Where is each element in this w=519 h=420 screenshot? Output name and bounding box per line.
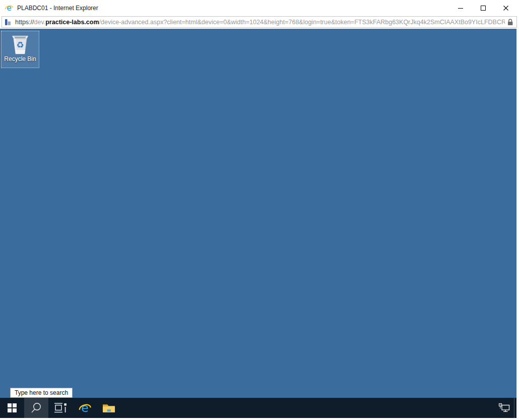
maximize-icon — [480, 5, 486, 11]
taskbar: e — [0, 398, 516, 418]
internet-explorer-icon: e — [78, 401, 92, 415]
search-tooltip: Type here to search — [10, 388, 73, 398]
url-scheme: https:// — [15, 19, 34, 26]
network-icon — [498, 403, 510, 413]
window-title: PLABDC01 - Internet Explorer — [17, 5, 98, 12]
task-view-button[interactable] — [48, 398, 73, 418]
svg-text:♻: ♻ — [16, 40, 24, 50]
start-button[interactable] — [0, 398, 24, 418]
title-bar: e PLABDC01 - Internet Explorer — [0, 0, 519, 16]
url-text: https://dev.practice-labs.com/device-adv… — [15, 19, 505, 26]
url-subdomain: dev. — [34, 19, 46, 26]
svg-text:e: e — [7, 4, 12, 13]
address-bar[interactable]: https://dev.practice-labs.com/device-adv… — [2, 16, 517, 28]
windows-logo-icon — [8, 403, 17, 412]
url-path: /device-advanced.aspx?client=html&device… — [99, 19, 505, 26]
window-controls — [449, 0, 519, 16]
search-icon — [30, 402, 42, 414]
internet-explorer-button[interactable]: e — [73, 398, 97, 418]
file-explorer-button[interactable] — [97, 398, 121, 418]
folder-icon — [102, 403, 115, 413]
internet-explorer-icon: e — [5, 4, 14, 13]
maximize-button[interactable] — [472, 0, 494, 16]
minimize-icon — [458, 5, 464, 11]
search-button[interactable] — [24, 398, 48, 418]
system-tray — [495, 398, 516, 418]
url-domain: practice-labs.com — [45, 19, 99, 26]
show-desktop-button[interactable] — [514, 398, 516, 418]
minimize-button[interactable] — [449, 0, 472, 16]
desktop-icon-recycle-bin[interactable]: ♻ Recycle Bin — [1, 31, 39, 68]
browser-chrome: https://dev.practice-labs.com/device-adv… — [0, 16, 519, 29]
recycle-bin-icon: ♻ — [8, 32, 32, 55]
browser-window: e PLABDC01 - Internet Explorer — [0, 0, 519, 420]
desktop-icon-label: Recycle Bin — [4, 55, 36, 63]
lock-icon — [507, 18, 513, 26]
network-tray-button[interactable] — [495, 398, 514, 418]
site-favicon — [5, 19, 12, 26]
task-view-icon — [54, 402, 67, 414]
close-icon — [503, 5, 509, 11]
svg-text:e: e — [81, 401, 89, 415]
close-button[interactable] — [494, 0, 517, 16]
remote-desktop-canvas[interactable]: ♻ Recycle Bin Type here to search — [0, 29, 516, 418]
